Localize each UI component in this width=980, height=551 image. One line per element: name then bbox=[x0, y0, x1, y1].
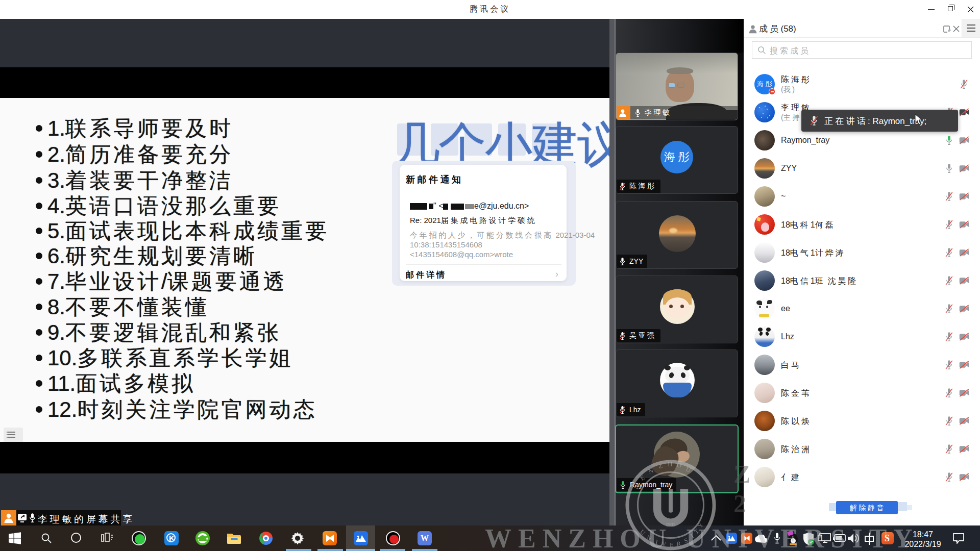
svg-text:E: E bbox=[639, 474, 646, 482]
svg-text:H: H bbox=[668, 461, 672, 468]
svg-text:N: N bbox=[648, 467, 654, 475]
svg-text:U: U bbox=[685, 465, 692, 473]
svg-text:O: O bbox=[676, 461, 682, 469]
